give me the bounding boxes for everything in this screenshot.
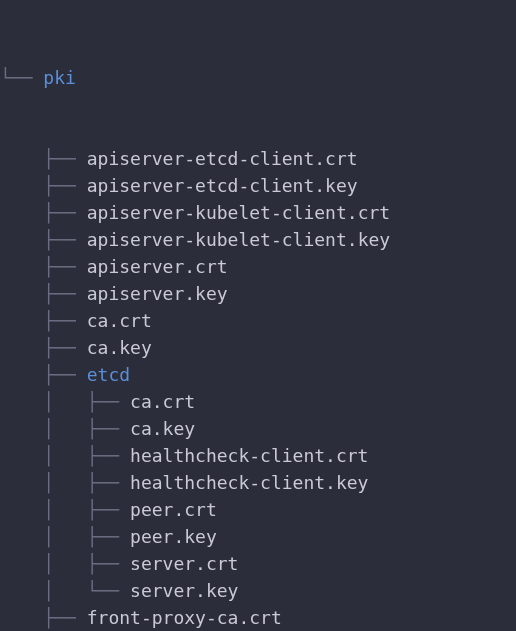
file-name: server.crt bbox=[130, 553, 238, 574]
branch-prefix: ├── bbox=[0, 202, 87, 223]
file-name: apiserver-etcd-client.key bbox=[87, 175, 358, 196]
tree-row: ├── ca.key bbox=[0, 334, 516, 361]
branch-prefix: ├── bbox=[0, 283, 87, 304]
tree-children: ├── apiserver-etcd-client.crt ├── apiser… bbox=[0, 145, 516, 631]
branch-prefix: └── bbox=[0, 67, 43, 88]
file-name: ca.crt bbox=[130, 391, 195, 412]
branch-prefix: ├── bbox=[0, 607, 87, 628]
branch-prefix: │ ├── bbox=[0, 445, 130, 466]
tree-row: │ ├── ca.key bbox=[0, 415, 516, 442]
tree-row: ├── apiserver-kubelet-client.crt bbox=[0, 199, 516, 226]
tree-row: ├── apiserver.key bbox=[0, 280, 516, 307]
branch-prefix: │ └── bbox=[0, 580, 130, 601]
branch-prefix: │ ├── bbox=[0, 553, 130, 574]
tree-row: ├── apiserver-kubelet-client.key bbox=[0, 226, 516, 253]
branch-prefix: ├── bbox=[0, 256, 87, 277]
tree-row: │ ├── peer.crt bbox=[0, 496, 516, 523]
file-name: peer.crt bbox=[130, 499, 217, 520]
file-name: apiserver-kubelet-client.crt bbox=[87, 202, 390, 223]
file-name: apiserver-etcd-client.crt bbox=[87, 148, 358, 169]
file-name: apiserver-kubelet-client.key bbox=[87, 229, 390, 250]
branch-prefix: │ ├── bbox=[0, 526, 130, 547]
tree-row: ├── apiserver-etcd-client.crt bbox=[0, 145, 516, 172]
branch-prefix: │ ├── bbox=[0, 472, 130, 493]
dir-name: etcd bbox=[87, 364, 130, 385]
file-name: server.key bbox=[130, 580, 238, 601]
branch-prefix: ├── bbox=[0, 364, 87, 385]
branch-prefix: │ ├── bbox=[0, 391, 130, 412]
tree-row: │ └── server.key bbox=[0, 577, 516, 604]
tree-row: ├── apiserver-etcd-client.key bbox=[0, 172, 516, 199]
tree-row: │ ├── server.crt bbox=[0, 550, 516, 577]
dir-name: pki bbox=[43, 67, 76, 88]
tree-row: │ ├── healthcheck-client.crt bbox=[0, 442, 516, 469]
branch-prefix: ├── bbox=[0, 148, 87, 169]
tree-row: ├── apiserver.crt bbox=[0, 253, 516, 280]
branch-prefix: │ ├── bbox=[0, 499, 130, 520]
branch-prefix: ├── bbox=[0, 310, 87, 331]
tree-row: ├── ca.crt bbox=[0, 307, 516, 334]
branch-prefix: ├── bbox=[0, 229, 87, 250]
file-name: apiserver.key bbox=[87, 283, 228, 304]
tree-row: │ ├── ca.crt bbox=[0, 388, 516, 415]
file-name: ca.key bbox=[130, 418, 195, 439]
tree-row: │ ├── peer.key bbox=[0, 523, 516, 550]
tree-row: ├── front-proxy-ca.crt bbox=[0, 604, 516, 631]
file-name: apiserver.crt bbox=[87, 256, 228, 277]
directory-tree: └── pki ├── apiserver-etcd-client.crt ├─… bbox=[0, 10, 516, 631]
branch-prefix: ├── bbox=[0, 337, 87, 358]
branch-prefix: │ ├── bbox=[0, 418, 130, 439]
file-name: peer.key bbox=[130, 526, 217, 547]
tree-row: ├── etcd bbox=[0, 361, 516, 388]
tree-row: └── pki bbox=[0, 64, 516, 91]
file-name: healthcheck-client.key bbox=[130, 472, 368, 493]
file-name: healthcheck-client.crt bbox=[130, 445, 368, 466]
file-name: front-proxy-ca.crt bbox=[87, 607, 282, 628]
branch-prefix: ├── bbox=[0, 175, 87, 196]
file-name: ca.crt bbox=[87, 310, 152, 331]
file-name: ca.key bbox=[87, 337, 152, 358]
tree-row: │ ├── healthcheck-client.key bbox=[0, 469, 516, 496]
